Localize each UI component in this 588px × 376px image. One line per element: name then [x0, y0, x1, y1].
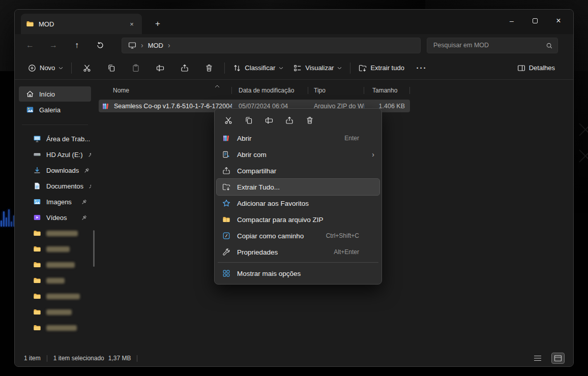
rename-button[interactable]: [151, 59, 170, 77]
sidebar: Início Galeria Área de Trab... HD Azul (…: [15, 80, 95, 350]
column-label: Tamanho: [372, 87, 397, 94]
sidebar-item-redacted-folder[interactable]: [19, 304, 91, 320]
maximize-icon: [533, 18, 538, 23]
redacted-label: [46, 262, 75, 268]
sidebar-item-hd-azul[interactable]: HD Azul (E:): [19, 147, 91, 162]
delete-button[interactable]: [300, 113, 319, 128]
copy-button[interactable]: [102, 59, 121, 77]
cut-button[interactable]: [219, 113, 238, 128]
back-button[interactable]: ←: [20, 37, 40, 54]
sort-button[interactable]: Classificar: [228, 59, 288, 77]
share-button[interactable]: [280, 113, 299, 128]
menu-item-copy-as-path[interactable]: Copiar como caminho Ctrl+Shift+C: [217, 228, 379, 244]
up-button[interactable]: ↑: [67, 37, 87, 54]
sidebar-item-downloads[interactable]: Downloads: [19, 163, 91, 178]
sidebar-scrollbar[interactable]: [93, 230, 95, 267]
menu-item-open-with[interactable]: Abrir com ›: [217, 146, 379, 163]
minimize-button[interactable]: –: [500, 10, 523, 32]
menu-item-extract-all[interactable]: Extrair Tudo...: [217, 179, 379, 195]
explorer-tab[interactable]: MOD ×: [21, 14, 142, 34]
more-options-button[interactable]: ···: [412, 59, 431, 77]
new-button[interactable]: Novo: [23, 59, 68, 77]
this-pc-icon: [128, 41, 136, 49]
status-separator: [47, 355, 47, 362]
sidebar-item-gallery[interactable]: Galeria: [19, 102, 91, 117]
pin-icon: [88, 152, 91, 158]
pin-icon: [81, 199, 87, 205]
rename-button[interactable]: [259, 113, 278, 128]
sidebar-item-redacted-folder[interactable]: [19, 289, 91, 304]
forward-button[interactable]: →: [43, 37, 64, 54]
delete-button[interactable]: [199, 59, 219, 77]
paste-button[interactable]: [126, 59, 145, 77]
context-menu: Abrir Enter Abrir com › Compartilhar: [214, 108, 382, 285]
refresh-button[interactable]: [90, 37, 110, 54]
folder-icon: [33, 276, 41, 285]
share-icon: [222, 167, 231, 175]
maximize-button[interactable]: [523, 10, 547, 32]
new-button-label: Novo: [40, 64, 55, 72]
extract-all-button[interactable]: Extrair tudo: [354, 59, 409, 77]
folder-icon: [33, 261, 41, 269]
column-header-name[interactable]: Nome: [99, 84, 232, 97]
close-button[interactable]: ×: [547, 10, 570, 32]
sidebar-item-label: Downloads: [46, 167, 79, 174]
file-explorer-window: MOD × + – × ← → ↑ › MOD: [14, 9, 574, 367]
drive-icon: [33, 150, 41, 159]
tab-close-button[interactable]: ×: [127, 19, 137, 29]
sort-ascending-icon: [215, 85, 220, 88]
sidebar-item-redacted-folder[interactable]: [19, 273, 91, 288]
item-count: 1 item: [24, 355, 41, 362]
chevron-down-icon: [58, 67, 63, 70]
selection-size: 1,37 MB: [108, 355, 131, 362]
menu-item-label: Mostrar mais opções: [237, 270, 301, 277]
large-icons-view-button[interactable]: [552, 353, 564, 363]
copy-path-icon: [222, 232, 231, 240]
menu-item-compress-zip[interactable]: Compactar para arquivo ZIP: [217, 211, 379, 228]
sidebar-item-redacted-folder[interactable]: [19, 320, 91, 335]
folder-icon: [33, 229, 41, 237]
sidebar-item-videos[interactable]: Vídeos: [19, 210, 91, 225]
sidebar-item-home[interactable]: Início: [19, 86, 91, 102]
cut-button[interactable]: [77, 59, 97, 77]
menu-item-open[interactable]: Abrir Enter: [217, 130, 379, 146]
details-pane-label: Detalhes: [529, 64, 555, 72]
column-separator[interactable]: [409, 87, 410, 94]
details-view-button[interactable]: [532, 353, 544, 363]
wallpaper-x-mark: [577, 121, 588, 138]
column-header-type[interactable]: Tipo: [308, 84, 364, 97]
details-pane-button[interactable]: Detalhes: [512, 59, 560, 77]
sidebar-item-pictures[interactable]: Imagens: [19, 194, 91, 209]
chevron-down-icon: [337, 67, 342, 70]
new-tab-button[interactable]: +: [150, 16, 165, 31]
sidebar-item-desktop[interactable]: Área de Trab...: [19, 131, 91, 146]
sidebar-item-redacted-folder[interactable]: [19, 241, 91, 257]
column-header-size[interactable]: Tamanho: [364, 84, 410, 97]
folder-icon: [33, 324, 41, 332]
menu-item-properties[interactable]: Propriedades Alt+Enter: [217, 244, 379, 260]
share-button[interactable]: [175, 59, 194, 77]
status-bar: 1 item 1 item selecionado 1,37 MB: [15, 350, 573, 366]
search-input[interactable]: [427, 42, 557, 49]
column-header-modified[interactable]: Data de modificação: [232, 84, 308, 97]
window-controls: – ×: [500, 10, 570, 32]
menu-separator: [218, 262, 378, 263]
sidebar-item-label: Documentos: [46, 182, 83, 190]
menu-item-share[interactable]: Compartilhar: [217, 163, 379, 179]
extract-all-label: Extrair tudo: [370, 64, 404, 72]
sidebar-item-redacted-folder[interactable]: [19, 226, 91, 241]
sidebar-item-label: Vídeos: [46, 214, 67, 222]
sidebar-item-documents[interactable]: Documentos: [19, 178, 91, 194]
copy-button[interactable]: [239, 113, 258, 128]
sidebar-item-redacted-folder[interactable]: [19, 257, 91, 272]
breadcrumb[interactable]: › MOD ›: [122, 38, 421, 53]
menu-item-add-favorites[interactable]: Adicionar aos Favoritos: [217, 195, 379, 211]
redacted-label: [46, 294, 80, 299]
view-button[interactable]: Visualizar: [288, 59, 347, 77]
pin-icon: [81, 215, 87, 221]
breadcrumb-item-mod[interactable]: MOD: [148, 42, 163, 49]
column-label: Nome: [113, 87, 129, 94]
sidebar-divider: [22, 124, 88, 125]
menu-item-show-more-options[interactable]: Mostrar mais opções: [217, 265, 379, 282]
home-icon: [26, 90, 34, 98]
